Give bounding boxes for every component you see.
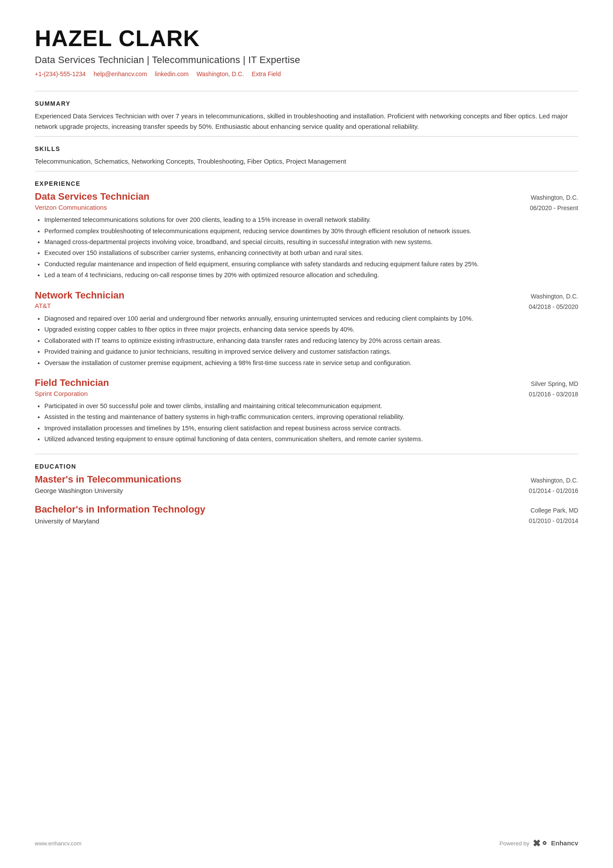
exp-title-2: Field Technician — [35, 377, 516, 389]
education-container: Master's in TelecommunicationsGeorge Was… — [35, 474, 578, 526]
exp-bullets-0: Implemented telecommunications solutions… — [35, 215, 578, 280]
list-item: Implemented telecommunications solutions… — [44, 215, 578, 225]
edu-location-date-1: College Park, MD01/2010 - 01/2014 — [529, 504, 578, 526]
divider-experience — [35, 171, 578, 171]
list-item: Upgraded existing copper cables to fiber… — [44, 325, 578, 334]
powered-by-label: Powered by — [500, 839, 530, 848]
candidate-name: HAZEL CLARK — [35, 26, 578, 51]
exp-location-date-0: Washington, D.C.06/2020 - Present — [530, 191, 578, 214]
exp-title-0: Data Services Technician — [35, 191, 517, 202]
divider-skills — [35, 136, 578, 137]
edu-title-0: Master's in Telecommunications — [35, 474, 516, 485]
footer-powered: Powered by ✖⚬ Enhancv — [500, 836, 578, 851]
contact-email: help@enhancv.com — [93, 70, 147, 79]
footer-website: www.enhancv.com — [35, 839, 81, 848]
exp-location-date-1: Washington, D.C.04/2018 - 05/2020 — [529, 290, 578, 312]
list-item: Diagnosed and repaired over 100 aerial a… — [44, 314, 578, 323]
section-label-experience: EXPERIENCE — [35, 179, 578, 188]
exp-bullets-2: Participated in over 50 successful pole … — [35, 401, 578, 444]
contact-location: Washington, D.C. — [197, 70, 244, 79]
resume-page: HAZEL CLARK Data Services Technician | T… — [0, 0, 613, 868]
edu-location-date-0: Washington, D.C.01/2014 - 01/2016 — [529, 474, 578, 496]
contact-phone: +1-(234)-555-1234 — [35, 70, 86, 79]
list-item: Participated in over 50 successful pole … — [44, 401, 578, 411]
list-item: Managed cross-departmental projects invo… — [44, 237, 578, 247]
experience-entry-2: Field TechnicianSprint CorporationSilver… — [35, 377, 578, 444]
enhancv-icon: ✖⚬ — [533, 836, 548, 851]
section-label-summary: SUMMARY — [35, 99, 578, 108]
list-item: Led a team of 4 technicians, reducing on… — [44, 270, 578, 280]
list-item: Utilized advanced testing equipment to e… — [44, 434, 578, 444]
exp-company-2: Sprint Corporation — [35, 389, 516, 399]
candidate-tagline: Data Services Technician | Telecommunica… — [35, 53, 578, 67]
section-label-skills: SKILLS — [35, 144, 578, 154]
skills-text: Telecommunication, Schematics, Networkin… — [35, 156, 578, 167]
brand-name: Enhancv — [551, 838, 578, 848]
edu-entry-1: Bachelor's in Information TechnologyUniv… — [35, 504, 578, 526]
edu-title-1: Bachelor's in Information Technology — [35, 504, 516, 515]
list-item: Provided training and guidance to junior… — [44, 347, 578, 356]
list-item: Executed over 150 installations of subsc… — [44, 248, 578, 258]
contact-extra: Extra Field — [252, 70, 281, 79]
edu-school-1: University of Maryland — [35, 516, 516, 526]
exp-location-date-2: Silver Spring, MD01/2016 - 03/2018 — [529, 377, 578, 400]
experience-container: Data Services TechnicianVerizon Communic… — [35, 191, 578, 444]
exp-bullets-1: Diagnosed and repaired over 100 aerial a… — [35, 314, 578, 368]
list-item: Performed complex troubleshooting of tel… — [44, 226, 578, 236]
edu-entry-0: Master's in TelecommunicationsGeorge Was… — [35, 474, 578, 496]
list-item: Oversaw the installation of customer pre… — [44, 358, 578, 368]
section-label-education: EDUCATION — [35, 462, 578, 471]
list-item: Collaborated with IT teams to optimize e… — [44, 336, 578, 345]
exp-company-0: Verizon Communications — [35, 203, 517, 213]
page-footer: www.enhancv.com Powered by ✖⚬ Enhancv — [35, 836, 578, 851]
divider-summary — [35, 91, 578, 91]
experience-entry-0: Data Services TechnicianVerizon Communic… — [35, 191, 578, 280]
edu-school-0: George Washington University — [35, 486, 516, 496]
exp-title-1: Network Technician — [35, 290, 516, 301]
list-item: Conducted regular maintenance and inspec… — [44, 259, 578, 269]
enhancv-logo: ✖⚬ Enhancv — [533, 836, 578, 851]
summary-text: Experienced Data Services Technician wit… — [35, 111, 578, 132]
exp-company-1: AT&T — [35, 301, 516, 311]
divider-education — [35, 454, 578, 454]
contact-line: +1-(234)-555-1234 help@enhancv.com linke… — [35, 70, 578, 79]
contact-linkedin: linkedin.com — [155, 70, 189, 79]
list-item: Improved installation processes and time… — [44, 423, 578, 433]
list-item: Assisted in the testing and maintenance … — [44, 412, 578, 422]
experience-entry-1: Network TechnicianAT&TWashington, D.C.04… — [35, 290, 578, 368]
